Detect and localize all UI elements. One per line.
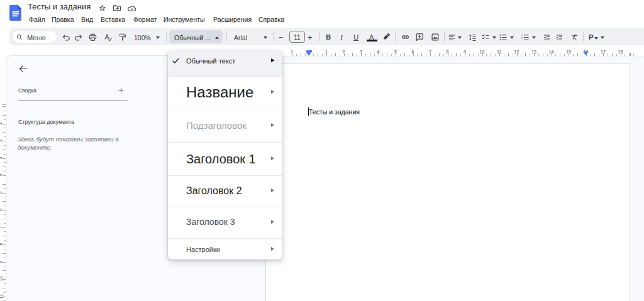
svg-text:2: 2 [521, 36, 523, 40]
